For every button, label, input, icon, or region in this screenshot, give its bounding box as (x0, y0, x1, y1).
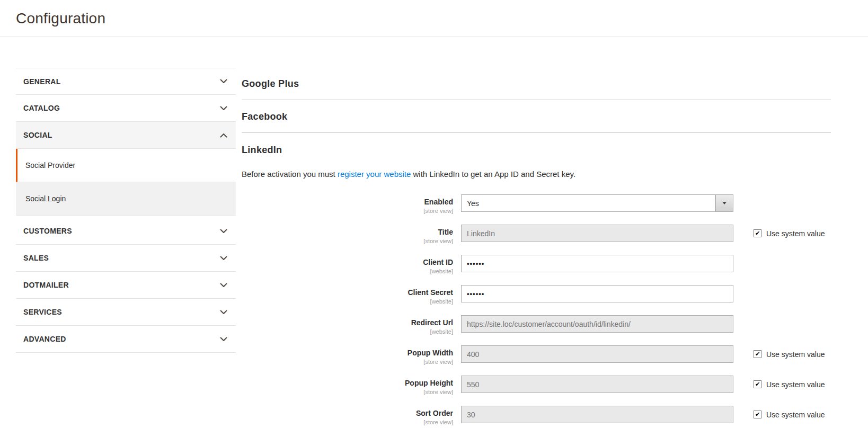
note-text-suffix: with LinkedIn to get an App ID and Secre… (411, 170, 575, 179)
field-label-col: Sort Order[store view] (242, 406, 453, 425)
form-row-popup-width: Popup Width[store view]✔Use system value (242, 345, 831, 365)
field-label: Redirect Url (242, 318, 453, 327)
form-row-redirect-url: Redirect Url[website] (242, 315, 831, 335)
sort-order-input (461, 406, 733, 423)
chevron-down-icon (220, 256, 227, 261)
select-value: Yes (462, 195, 715, 211)
section-title: Google Plus (242, 78, 831, 90)
field-label-col: Title[store view] (242, 225, 453, 244)
sidebar-section-label: ADVANCED (23, 335, 66, 343)
sidebar-item-social-provider[interactable]: Social Provider (16, 149, 236, 182)
field-input-col (461, 345, 733, 365)
popup-width-input (461, 345, 733, 363)
field-input-col (461, 406, 733, 425)
form-row-client-secret: Client Secret[website] (242, 285, 831, 305)
page-header: Configuration (0, 0, 868, 37)
use-system-value: ✔Use system value (754, 406, 825, 423)
content-area: GENERALCATALOGSOCIALSocial ProviderSocia… (0, 37, 868, 436)
use-system-label: Use system value (766, 411, 825, 419)
chevron-down-icon (220, 106, 227, 111)
field-label: Popup Height (242, 379, 453, 387)
title-input (461, 225, 733, 242)
field-label: Enabled (242, 198, 453, 206)
section-facebook[interactable]: Facebook (242, 100, 831, 133)
popup-height-input (461, 376, 733, 393)
use-system-label: Use system value (766, 350, 825, 359)
field-scope: [store view] (242, 359, 453, 365)
sidebar-section-social[interactable]: SOCIAL (16, 122, 236, 149)
form-row-title: Title[store view]✔Use system value (242, 225, 831, 244)
section-title-linkedin[interactable]: LinkedIn (242, 145, 831, 156)
form-row-sort-order: Sort Order[store view]✔Use system value (242, 406, 831, 425)
field-label-col: Redirect Url[website] (242, 315, 453, 335)
chevron-down-icon (220, 229, 227, 234)
client-id-input[interactable] (461, 255, 733, 272)
sidebar-section-label: DOTMAILER (23, 281, 69, 289)
main-content: Google Plus Facebook LinkedIn Before act… (242, 68, 868, 436)
sidebar-section-label: GENERAL (23, 77, 61, 86)
field-input-col (461, 376, 733, 395)
sidebar-section-general[interactable]: GENERAL (16, 68, 236, 95)
field-label-col: Client ID[website] (242, 255, 453, 274)
chevron-up-icon (220, 133, 227, 138)
sidebar-section-catalog[interactable]: CATALOG (16, 95, 236, 122)
use-system-checkbox[interactable]: ✔ (754, 350, 761, 358)
use-system-checkbox[interactable]: ✔ (754, 229, 761, 237)
sidebar-section-dotmailer[interactable]: DOTMAILER (16, 272, 236, 299)
chevron-down-icon (220, 79, 227, 84)
enabled-select[interactable]: Yes (461, 194, 733, 212)
chevron-down-icon (220, 283, 227, 288)
page-title: Configuration (16, 10, 105, 27)
field-label: Client Secret (242, 288, 453, 297)
sidebar-item-label: Social Login (25, 194, 66, 203)
sidebar-item-social-login[interactable]: Social Login (16, 182, 236, 216)
field-label: Sort Order (242, 409, 453, 417)
use-system-label: Use system value (766, 380, 825, 389)
form-row-popup-height: Popup Height[store view]✔Use system valu… (242, 376, 831, 395)
use-system-value: ✔Use system value (754, 376, 825, 393)
field-label-col: Popup Height[store view] (242, 376, 453, 395)
field-input-col (461, 285, 733, 305)
note-text-prefix: Before activation you must (242, 170, 338, 179)
field-input-col (461, 315, 733, 335)
sidebar-item-label: Social Provider (25, 161, 75, 170)
field-label: Client ID (242, 258, 453, 266)
field-scope: [store view] (242, 208, 453, 214)
linkedin-form: Enabled[store view]YesTitle[store view]✔… (242, 194, 831, 425)
field-input-col: Yes (461, 194, 733, 214)
sidebar-section-sales[interactable]: SALES (16, 245, 236, 272)
caret-down-icon (722, 202, 727, 204)
field-scope: [website] (242, 298, 453, 305)
chevron-down-icon (220, 310, 227, 315)
sidebar-section-services[interactable]: SERVICES (16, 299, 236, 326)
field-label-col: Enabled[store view] (242, 194, 453, 214)
section-title: Facebook (242, 111, 831, 122)
chevron-down-icon (220, 337, 227, 342)
section-linkedin: LinkedIn Before activation you must regi… (242, 133, 831, 425)
use-system-checkbox[interactable]: ✔ (754, 380, 761, 388)
sidebar-section-label: CUSTOMERS (23, 227, 72, 235)
field-scope: [store view] (242, 419, 453, 425)
field-scope: [store view] (242, 238, 453, 244)
use-system-label: Use system value (766, 229, 825, 238)
field-scope: [website] (242, 328, 453, 335)
section-google-plus[interactable]: Google Plus (242, 68, 831, 100)
select-dropdown-button[interactable] (715, 195, 733, 211)
sidebar-subitems: Social ProviderSocial Login (16, 149, 236, 216)
config-nav: GENERALCATALOGSOCIALSocial ProviderSocia… (16, 68, 236, 353)
field-label-col: Client Secret[website] (242, 285, 453, 305)
field-scope: [website] (242, 268, 453, 274)
use-system-value: ✔Use system value (754, 345, 825, 363)
linkedin-note: Before activation you must register your… (242, 170, 831, 179)
sidebar-section-label: CATALOG (23, 104, 60, 112)
redirect-url-input (461, 315, 733, 333)
sidebar-section-label: SERVICES (23, 308, 62, 316)
form-row-enabled: Enabled[store view]Yes (242, 194, 831, 214)
use-system-checkbox[interactable]: ✔ (754, 411, 761, 418)
sidebar-section-advanced[interactable]: ADVANCED (16, 326, 236, 353)
field-label: Title (242, 228, 453, 236)
client-secret-input[interactable] (461, 285, 733, 302)
field-input-col (461, 255, 733, 274)
sidebar-section-customers[interactable]: CUSTOMERS (16, 218, 236, 245)
register-website-link[interactable]: register your website (338, 170, 411, 179)
